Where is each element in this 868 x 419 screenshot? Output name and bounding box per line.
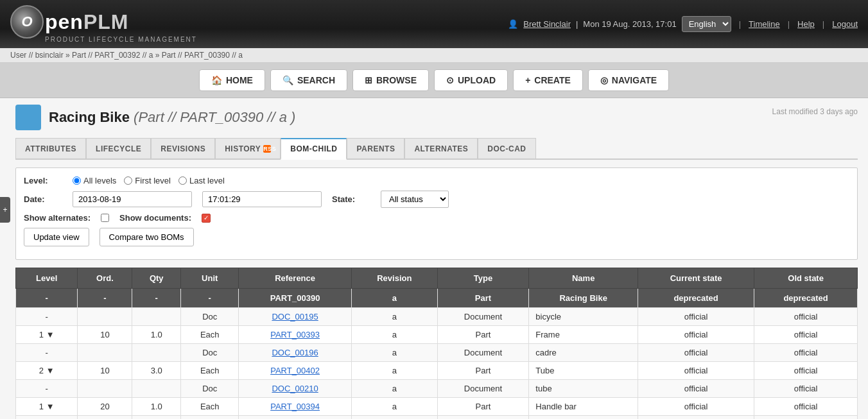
- row2-revision: a: [351, 344, 437, 362]
- row0-name: bicycle: [529, 308, 638, 326]
- date-input[interactable]: [73, 191, 192, 207]
- navigate-icon: ◎: [600, 75, 608, 85]
- last-modified: Last modified 3 days ago: [772, 107, 858, 116]
- tab-doc-cad[interactable]: DOC-CAD: [478, 138, 535, 158]
- row5-reference[interactable]: PART_00394: [239, 398, 352, 416]
- row6-name: guidon: [529, 416, 638, 420]
- row4-unit: Doc: [181, 380, 239, 398]
- root-old-state: deprecated: [754, 289, 858, 308]
- radio-first-level[interactable]: First level: [124, 176, 171, 185]
- root-level: -: [16, 289, 78, 308]
- row4-name: tube: [529, 380, 638, 398]
- part-icon: [15, 105, 41, 130]
- tab-lifecycle[interactable]: LIFECYCLE: [86, 138, 151, 158]
- header: O penPLM PRODUCT LIFECYCLE MANAGEMENT 👤 …: [0, 0, 868, 48]
- home-button[interactable]: 🏠 HOME: [199, 69, 265, 91]
- row5-old-state: official: [754, 398, 858, 416]
- row4-current-state: official: [638, 380, 754, 398]
- tab-revisions[interactable]: REVISIONS: [151, 138, 215, 158]
- row6-reference[interactable]: DOC_00200: [239, 416, 352, 420]
- header-sep-3: |: [788, 19, 790, 29]
- row1-reference[interactable]: PART_00393: [239, 326, 352, 344]
- state-label: State:: [332, 194, 370, 204]
- col-old-state: Old state: [754, 268, 858, 289]
- upload-button[interactable]: ⊙ UPLOAD: [434, 69, 508, 91]
- radio-all-levels[interactable]: All levels: [73, 176, 116, 185]
- row6-revision: a: [351, 416, 437, 420]
- navigate-button[interactable]: ◎ NAVIGATE: [588, 69, 669, 91]
- row6-qty: [132, 416, 181, 420]
- row0-ord: [78, 308, 132, 326]
- upload-icon: ⊙: [446, 75, 454, 85]
- timeline-link[interactable]: Timeline: [749, 19, 780, 29]
- tab-bom-child[interactable]: BOM-CHILD: [281, 138, 347, 160]
- root-revision: a: [351, 289, 437, 308]
- create-icon: +: [525, 75, 530, 85]
- row1-type: Part: [437, 326, 529, 344]
- row4-type: Document: [437, 380, 529, 398]
- row4-reference[interactable]: DOC_00210: [239, 380, 352, 398]
- row3-type: Part: [437, 362, 529, 380]
- tabs: ATTRIBUTES LIFECYCLE REVISIONS HISTORY r…: [15, 138, 858, 160]
- row1-qty: 1.0: [132, 326, 181, 344]
- root-ord: -: [78, 289, 132, 308]
- table-row: 1 ▼ 10 1.0 Each PART_00393 a Part Frame …: [16, 326, 858, 344]
- date-label: Date:: [24, 194, 62, 204]
- tab-parents[interactable]: PARENTS: [347, 138, 404, 158]
- page-header: Racing Bike (Part // PART_00390 // a ) L…: [15, 105, 858, 130]
- update-view-button[interactable]: Update view: [24, 228, 89, 246]
- col-type: Type: [437, 268, 529, 289]
- row3-qty: 3.0: [132, 362, 181, 380]
- state-select[interactable]: All status Official Draft Deprecated: [381, 191, 449, 208]
- tab-attributes[interactable]: ATTRIBUTES: [15, 138, 86, 158]
- compare-boms-button[interactable]: Compare two BOMs: [100, 228, 194, 246]
- row3-unit: Each: [181, 362, 239, 380]
- root-reference: PART_00390: [239, 289, 352, 308]
- level-row: Level: All levels First level Last level: [24, 176, 849, 185]
- show-alternates-label: Show alternates:: [24, 213, 91, 223]
- table-row: 1 ▼ 20 1.0 Each PART_00394 a Part Handle…: [16, 398, 858, 416]
- main-content: Racing Bike (Part // PART_00390 // a ) L…: [0, 98, 868, 419]
- user-icon: 👤: [508, 19, 518, 29]
- root-qty: -: [132, 289, 181, 308]
- table-row: - Doc DOC_00196 a Document cadre officia…: [16, 344, 858, 362]
- show-documents-checkbox-checked[interactable]: ✓: [202, 214, 211, 223]
- root-name: Racing Bike: [529, 289, 638, 308]
- browse-button[interactable]: ⊞ BROWSE: [352, 69, 429, 91]
- browse-icon: ⊞: [365, 75, 372, 85]
- logo-subtitle: PRODUCT LIFECYCLE MANAGEMENT: [45, 36, 197, 43]
- tab-history[interactable]: HISTORY rss: [215, 138, 281, 158]
- date-row: Date: State: All status Official Draft D…: [24, 191, 849, 208]
- bom-controls: Level: All levels First level Last level…: [15, 167, 858, 260]
- row2-unit: Doc: [181, 344, 239, 362]
- help-link[interactable]: Help: [797, 19, 815, 29]
- search-icon: 🔍: [282, 75, 293, 85]
- header-username[interactable]: Brett Sinclair: [523, 19, 571, 29]
- time-input[interactable]: [202, 191, 322, 207]
- logo-name: penPLM: [45, 10, 128, 34]
- row4-old-state: official: [754, 380, 858, 398]
- level-radio-group: All levels First level Last level: [73, 176, 225, 185]
- row6-level: -: [16, 416, 78, 420]
- radio-last-level[interactable]: Last level: [178, 176, 225, 185]
- row6-type: Document: [437, 416, 529, 420]
- tab-alternates[interactable]: ALTERNATES: [404, 138, 478, 158]
- logout-link[interactable]: Logout: [832, 19, 858, 29]
- show-documents-label: Show documents:: [119, 213, 191, 223]
- header-right: 👤 Brett Sinclair | Mon 19 Aug. 2013, 17:…: [508, 16, 858, 32]
- search-button[interactable]: 🔍 SEARCH: [270, 69, 347, 91]
- logo-circle: O: [10, 5, 44, 38]
- row0-reference[interactable]: DOC_00195: [239, 308, 352, 326]
- row3-reference[interactable]: PART_00402: [239, 362, 352, 380]
- row0-old-state: official: [754, 308, 858, 326]
- row0-current-state: official: [638, 308, 754, 326]
- show-alternates-checkbox[interactable]: [101, 214, 109, 222]
- bom-table: Level Ord. Qty Unit Reference Revision T…: [15, 268, 858, 419]
- row6-ord: [78, 416, 132, 420]
- create-button[interactable]: + CREATE: [513, 69, 583, 91]
- sidebar-toggle[interactable]: +: [0, 197, 10, 223]
- row2-reference[interactable]: DOC_00196: [239, 344, 352, 362]
- language-select[interactable]: English French: [682, 16, 731, 32]
- navbar: 🏠 HOME 🔍 SEARCH ⊞ BROWSE ⊙ UPLOAD + CREA…: [0, 63, 868, 98]
- row3-old-state: official: [754, 362, 858, 380]
